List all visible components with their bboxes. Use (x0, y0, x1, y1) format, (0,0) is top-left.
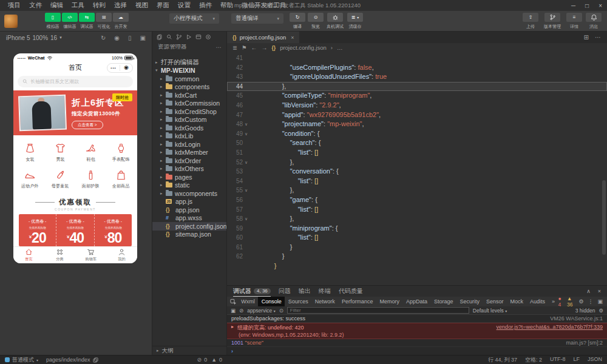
source-link[interactable]: main.js? [sm]:2 (561, 340, 603, 346)
scrollbar-thumb[interactable] (602, 180, 606, 255)
context-select[interactable]: appservice ▾ (247, 308, 276, 314)
devtools-tab[interactable]: Console (258, 297, 285, 306)
wechat-capsule[interactable]: ••• ◉ (107, 63, 133, 73)
cloud-dev-toggle[interactable]: ☁ 云开发 (112, 13, 129, 30)
upload-button[interactable]: ⇧ 上传 (521, 13, 540, 30)
devtools-tab[interactable]: Sensor (483, 297, 507, 306)
tree-item[interactable]: project.config.json (152, 222, 226, 231)
console-frame-icon[interactable]: ▣ (231, 308, 236, 314)
menu-item[interactable]: 插件 (195, 1, 216, 10)
device-select[interactable]: iPhone 5 (6, 35, 30, 41)
search-icon[interactable] (166, 34, 172, 40)
tree-item[interactable]: ▸ kdxGoods (152, 124, 226, 132)
tree-item[interactable]: ▸ kdxCustom (152, 116, 226, 124)
coupon-item[interactable]: - 优惠卷 - 先领券再购物 ¥80 (94, 214, 132, 246)
bookmark-icon[interactable]: ⚑ (242, 44, 247, 51)
devtools-tab[interactable]: Security (456, 297, 483, 306)
simulator-toggle[interactable]: ▯ 模拟器 (44, 13, 61, 30)
fold-arrow-icon[interactable] (243, 186, 249, 195)
zoom-level[interactable]: 100% (32, 35, 48, 41)
coupon-item[interactable]: - 优惠卷 - 先领券再购物 ¥20 (19, 214, 56, 246)
clear-cache-button[interactable]: ≣▾ 清缓存 (345, 13, 365, 30)
debugger-tab[interactable]: 终端 (319, 286, 331, 297)
tab-cart[interactable]: 购物车 (75, 247, 106, 263)
record-icon[interactable]: ◉ (114, 35, 120, 41)
window-icon[interactable] (195, 34, 202, 40)
tab-categories[interactable]: 分类 (44, 247, 75, 263)
coupon-item[interactable]: - 优惠卷 - 先领券再购物 ¥40 (56, 214, 93, 246)
promo-banner[interactable]: 限时抢 折上6折专区 指定尖货前13000件 点击查看 > (13, 90, 137, 135)
debugger-toggle[interactable]: ⇆ 调试器 (78, 13, 95, 30)
eye-icon[interactable]: ⊙ (279, 308, 283, 314)
compile-button[interactable]: ↻ 编译 (288, 13, 307, 30)
source-link[interactable]: vendor.js?t=wechat&s..a7820da76b7f7f:339 (492, 324, 603, 332)
devtools-tab[interactable]: Performance (338, 297, 376, 306)
tree-item[interactable]: ▸ common (152, 75, 226, 83)
gear-icon[interactable]: ⚙ (599, 308, 603, 314)
log-levels-select[interactable]: Default levels ▾ (473, 308, 507, 314)
messages-button[interactable]: 消息 (584, 13, 603, 30)
menu-item[interactable]: 界面 (152, 1, 174, 10)
devtools-tab[interactable]: Wxml (238, 297, 259, 306)
menu-item[interactable]: 文件 (25, 1, 46, 10)
minimize-icon[interactable]: ─ (571, 2, 575, 9)
language-status[interactable]: JSON (588, 356, 602, 364)
tree-item[interactable]: app.js (152, 198, 226, 206)
devtools-tab[interactable]: Mock (507, 297, 527, 306)
kebab-menu-icon[interactable]: ⋮ (588, 298, 593, 305)
encoding-status[interactable]: UTF-8 (550, 356, 566, 364)
debug-icon[interactable] (186, 34, 192, 40)
category-shoes-bags[interactable]: 鞋包 (75, 140, 106, 164)
tree-item[interactable]: app.json (152, 206, 226, 214)
menu-item[interactable]: 选择 (110, 1, 131, 10)
debugger-tab[interactable]: 输出 (299, 286, 311, 297)
debugger-tab[interactable]: 代码质量 (339, 286, 363, 297)
close-icon[interactable]: × (599, 2, 602, 9)
category-sports[interactable]: 运动户外 (15, 167, 45, 191)
dock-side-icon[interactable]: ▣ (597, 298, 603, 305)
inspect-icon[interactable] (230, 298, 237, 305)
breadcrumb-more[interactable]: … (337, 44, 343, 51)
breadcrumb-file[interactable]: project.config.json (280, 44, 327, 51)
warning-count-status[interactable]: ▲0 (211, 357, 222, 363)
tree-item[interactable]: ▸ kdxCart (152, 91, 226, 99)
menu-item[interactable]: 设置 (174, 1, 195, 10)
source-link[interactable]: VM26 WAService.js:1 (545, 315, 603, 322)
fold-arrow-icon[interactable] (243, 158, 249, 167)
tree-item[interactable]: ▸ 打开的编辑器 (152, 58, 226, 67)
fold-arrow-icon[interactable] (243, 129, 249, 139)
devtools-tab[interactable]: AppData (402, 297, 430, 306)
capsule-circle-icon[interactable]: ◉ (120, 65, 132, 70)
font-size[interactable]: 16 (50, 35, 57, 41)
category-women[interactable]: 女装 (15, 140, 45, 164)
devtools-tab[interactable]: Storage (430, 297, 456, 306)
cursor-position-status[interactable]: 行 44, 列 37 (488, 356, 517, 364)
close-panel-icon[interactable]: × (598, 288, 601, 294)
maximize-icon[interactable]: □ (585, 2, 589, 9)
fold-arrow-icon[interactable] (243, 120, 249, 129)
forward-icon[interactable]: → (262, 44, 268, 51)
mode-status[interactable]: 普通模式 ▾ (5, 356, 38, 364)
category-men[interactable]: 男装 (45, 140, 75, 164)
version-control-button[interactable]: 版本管理 (540, 13, 565, 30)
tree-item[interactable]: ▸ kdxOrder (152, 157, 226, 165)
devtools-tab[interactable]: Audits (527, 297, 549, 306)
eol-status[interactable]: LF (573, 356, 580, 364)
mode-select[interactable]: 小程序模式▾ (169, 13, 219, 24)
banner-cta-button[interactable]: 点击查看 > (72, 121, 103, 129)
back-icon[interactable]: ← (251, 44, 257, 51)
editor-tab[interactable]: {} project.config.json × (227, 32, 299, 43)
more-dots-icon[interactable]: ••• (107, 66, 120, 70)
debugger-tab[interactable]: 问题 (279, 286, 291, 297)
category-skincare[interactable]: 面部护肤 (75, 167, 106, 191)
devtools-tab[interactable]: Network (311, 297, 338, 306)
console-prompt[interactable]: › (227, 347, 607, 355)
menu-item[interactable]: 视图 (131, 1, 152, 10)
indentation-status[interactable]: 空格: 2 (525, 356, 542, 364)
hidden-count[interactable]: 3 hidden (575, 308, 595, 314)
tree-item[interactable]: ▸ wxcomponents (152, 189, 226, 198)
expand-arrow-icon[interactable]: ▸ (231, 324, 237, 332)
outline-icon[interactable]: ≣ (232, 44, 237, 51)
category-watches[interactable]: 手表配饰 (106, 140, 136, 164)
tree-item[interactable]: app.wxss (152, 214, 226, 223)
